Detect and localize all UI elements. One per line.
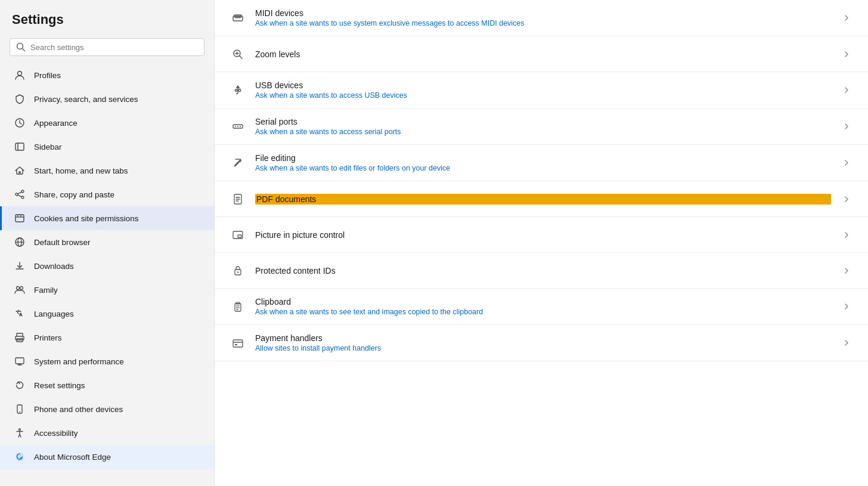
pdf-icon xyxy=(231,193,244,206)
sidebar-item-label: Phone and other devices xyxy=(34,405,123,414)
settings-item-protected[interactable]: Protected content IDs xyxy=(215,253,868,289)
settings-item-file-editing[interactable]: File editing Ask when a site wants to ed… xyxy=(215,145,868,181)
settings-item-pdf[interactable]: PDF documents xyxy=(215,181,868,217)
svg-point-7 xyxy=(21,196,24,199)
sidebar-item-privacy[interactable]: Privacy, search, and services xyxy=(0,87,214,111)
settings-item-title-serial: Serial ports xyxy=(255,117,831,126)
settings-item-content-clipboard: Clipboard Ask when a site wants to see t… xyxy=(255,297,831,316)
svg-rect-38 xyxy=(239,89,241,92)
settings-item-desc-midi: Ask when a site wants to use system excl… xyxy=(255,19,831,27)
privacy-icon xyxy=(14,93,26,105)
svg-rect-45 xyxy=(238,235,241,237)
svg-point-40 xyxy=(235,126,236,127)
sidebar-item-label: About Microsoft Edge xyxy=(34,453,111,462)
settings-item-desc-payment: Allow sites to install payment handlers xyxy=(255,344,831,352)
sidebar-item-sidebar[interactable]: Sidebar xyxy=(0,135,214,159)
settings-item-title-pdf: PDF documents xyxy=(255,194,831,205)
svg-point-8 xyxy=(16,193,18,196)
sidebar-item-share-copy[interactable]: Share, copy and paste xyxy=(0,182,214,206)
sidebar-item-phone[interactable]: Phone and other devices xyxy=(0,397,214,421)
settings-item-serial[interactable]: Serial ports Ask when a site wants to ac… xyxy=(215,109,868,145)
settings-item-usb[interactable]: USB devices Ask when a site wants to acc… xyxy=(215,72,868,109)
profile-icon xyxy=(14,69,26,81)
svg-rect-23 xyxy=(16,358,24,364)
printer-icon xyxy=(14,332,26,343)
system-icon xyxy=(14,355,26,367)
chevron-icon-serial xyxy=(842,122,851,131)
svg-line-1 xyxy=(23,49,25,51)
sidebar-item-label: Downloads xyxy=(34,262,74,271)
reset-icon xyxy=(14,379,26,391)
sidebar-item-profiles[interactable]: Profiles xyxy=(0,63,214,87)
download-icon xyxy=(14,260,26,272)
sidebar-item-label: Share, copy and paste xyxy=(34,190,114,199)
settings-list: MIDI devices Ask when a site wants to us… xyxy=(215,0,868,361)
settings-item-title-midi: MIDI devices xyxy=(255,8,831,18)
settings-item-desc-usb: Ask when a site wants to access USB devi… xyxy=(255,91,831,100)
settings-item-clipboard[interactable]: Clipboard Ask when a site wants to see t… xyxy=(215,289,868,325)
edge-icon xyxy=(14,451,26,463)
svg-rect-53 xyxy=(233,340,243,347)
payment-icon xyxy=(231,336,244,349)
chevron-icon-protected xyxy=(842,266,851,275)
chevron-icon-clipboard xyxy=(842,302,851,311)
settings-item-midi[interactable]: MIDI devices Ask when a site wants to us… xyxy=(215,0,868,36)
settings-item-content-serial: Serial ports Ask when a site wants to ac… xyxy=(255,117,831,136)
sidebar-item-accessibility[interactable]: Accessibility xyxy=(0,421,214,445)
search-input[interactable] xyxy=(30,43,198,52)
usb-icon xyxy=(231,83,244,97)
sidebar-item-label: Languages xyxy=(34,309,74,318)
svg-line-9 xyxy=(18,192,22,194)
settings-item-title-pip: Picture in picture control xyxy=(255,230,831,240)
settings-item-desc-serial: Ask when a site wants to access serial p… xyxy=(255,128,831,136)
sidebar-item-label: Profiles xyxy=(34,71,61,80)
svg-point-25 xyxy=(19,411,20,413)
serial-icon xyxy=(231,120,244,133)
zoom-icon xyxy=(231,48,244,61)
page-title: Settings xyxy=(0,0,214,33)
settings-item-pip[interactable]: Picture in picture control xyxy=(215,217,868,253)
settings-item-content-protected: Protected content IDs xyxy=(255,266,831,275)
share-icon xyxy=(14,188,26,200)
file-edit-icon xyxy=(231,156,244,169)
sidebar-item-label: Sidebar xyxy=(34,143,62,151)
sidebar-item-downloads[interactable]: Downloads xyxy=(0,254,214,278)
svg-rect-37 xyxy=(235,89,237,91)
sidebar-item-system[interactable]: System and performance xyxy=(0,349,214,373)
svg-line-10 xyxy=(18,195,22,197)
chevron-icon-usb xyxy=(842,85,851,95)
settings-item-title-payment: Payment handlers xyxy=(255,333,831,343)
settings-item-title-usb: USB devices xyxy=(255,81,831,90)
svg-line-34 xyxy=(240,55,243,58)
settings-item-content-pip: Picture in picture control xyxy=(255,230,831,240)
sidebar-item-label: Cookies and site permissions xyxy=(34,214,139,223)
sidebar-item-default-browser[interactable]: Default browser xyxy=(0,230,214,254)
svg-point-6 xyxy=(21,190,24,193)
sidebar-item-label: Reset settings xyxy=(34,381,85,390)
sidebar-item-label: Family xyxy=(34,286,58,295)
sidebar-item-family[interactable]: Family xyxy=(0,278,214,302)
search-box[interactable] xyxy=(10,38,204,56)
midi-icon xyxy=(231,11,244,24)
sidebar-item-label: Privacy, search, and services xyxy=(34,95,138,104)
family-icon xyxy=(14,284,26,296)
sidebar-item-start-home[interactable]: Start, home, and new tabs xyxy=(0,159,214,182)
sidebar-item-printers[interactable]: Printers xyxy=(0,326,214,349)
svg-rect-4 xyxy=(16,143,24,150)
svg-point-42 xyxy=(240,126,241,127)
svg-point-41 xyxy=(237,126,238,127)
sidebar-item-cookies[interactable]: Cookies and site permissions xyxy=(0,206,214,230)
languages-icon xyxy=(14,308,26,320)
settings-item-desc-clipboard: Ask when a site wants to see text and im… xyxy=(255,308,831,316)
cookies-icon xyxy=(14,212,26,224)
svg-point-19 xyxy=(20,287,23,290)
settings-item-payment[interactable]: Payment handlers Allow sites to install … xyxy=(215,325,868,361)
sidebar-item-languages[interactable]: Languages xyxy=(0,302,214,326)
settings-item-zoom[interactable]: Zoom levels xyxy=(215,36,868,72)
settings-item-title-clipboard: Clipboard xyxy=(255,297,831,307)
sidebar-item-appearance[interactable]: Appearance xyxy=(0,111,214,135)
sidebar-item-reset[interactable]: Reset settings xyxy=(0,373,214,397)
chevron-icon-pdf xyxy=(842,194,851,204)
svg-point-18 xyxy=(17,287,20,290)
sidebar-item-about[interactable]: About Microsoft Edge xyxy=(0,445,214,469)
